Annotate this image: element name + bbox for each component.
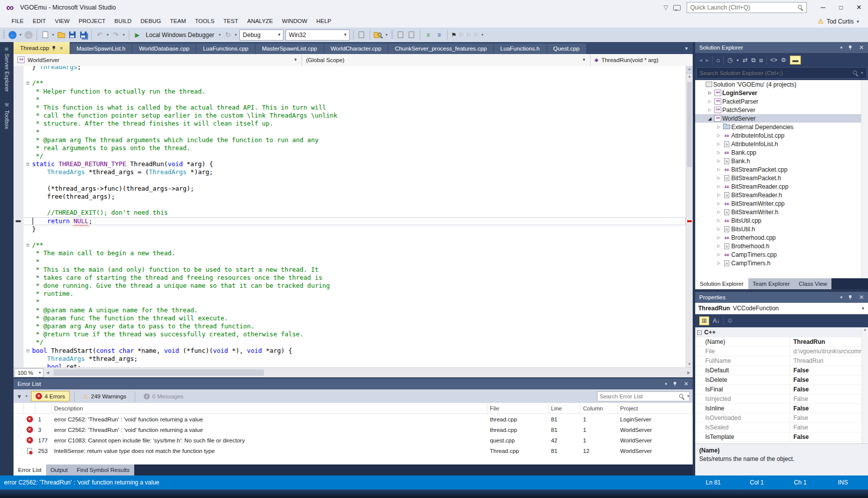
- expander-icon[interactable]: ▷: [715, 176, 722, 180]
- code-line[interactable]: * @param func The function the thread wi…: [14, 314, 686, 322]
- uncomment-lines-icon[interactable]: ≡: [435, 30, 444, 41]
- sidebar-item-server-explorer[interactable]: ≣ Server Explorer: [4, 43, 10, 96]
- editor-vertical-scrollbar[interactable]: ÷ ▲ ▼: [686, 66, 693, 367]
- scope-dropdown-caret-icon[interactable]: ▼: [580, 58, 588, 62]
- editor-zoom-select[interactable]: 100 % ▼: [15, 368, 44, 377]
- filter-feedback-icon[interactable]: ▽: [664, 4, 668, 11]
- find-dropdown-icon[interactable]: ▾: [385, 33, 388, 37]
- tab-class-view[interactable]: Class View: [794, 278, 832, 289]
- pending-changes-filter-icon[interactable]: ◷: [727, 57, 732, 64]
- tree-item-external-dependencies[interactable]: ▷External Dependencies: [695, 123, 868, 131]
- property-category-row[interactable]: − C++: [695, 327, 868, 337]
- toggle-bookmark-icon[interactable]: ⚑: [451, 32, 457, 39]
- editor-split-handle[interactable]: ÷: [686, 66, 693, 74]
- collapse-category-icon[interactable]: −: [697, 330, 702, 335]
- show-all-files-icon[interactable]: ⧈: [759, 57, 763, 64]
- expander-icon[interactable]: ◢: [706, 116, 713, 121]
- tree-item-bank.h[interactable]: ▷hBank.h: [695, 157, 868, 165]
- home-icon[interactable]: ⌂: [716, 57, 720, 64]
- code-line[interactable]: *: [14, 96, 686, 104]
- property-value[interactable]: d:\vgoemu\trunk\src\comm: [790, 348, 868, 355]
- messages-filter-button[interactable]: i 0 Messages: [140, 391, 187, 401]
- expander-icon[interactable]: ▷: [715, 244, 722, 248]
- solution-explorer-title-bar[interactable]: Solution Explorer ▾ ✕: [695, 42, 868, 53]
- pin-icon[interactable]: [848, 45, 853, 51]
- tree-scrollbar[interactable]: [861, 80, 868, 278]
- status-line[interactable]: Ln 81: [706, 479, 750, 486]
- member-dropdown[interactable]: ◆ ThreadRun(void * arg): [591, 54, 693, 66]
- save-icon[interactable]: [68, 30, 77, 41]
- solution-configuration-combo[interactable]: Debug ▼: [239, 30, 283, 41]
- search-dropdown-icon[interactable]: ▾: [687, 394, 690, 398]
- code-line[interactable]: * call the function pointer setup earlie…: [14, 112, 686, 120]
- clear-bookmarks-icon[interactable]: ⚐: [473, 32, 479, 39]
- previous-bookmark-icon[interactable]: ⚐: [459, 32, 464, 39]
- tab-solution-explorer[interactable]: Solution Explorer: [695, 278, 748, 289]
- object-dropdown-icon[interactable]: ▼: [861, 306, 865, 311]
- code-line[interactable]: * takes care of starting the thread and …: [14, 274, 686, 282]
- doc-tab-luafunctions.h[interactable]: LuaFunctions.h: [494, 44, 546, 54]
- code-line[interactable]: ⊟static THREAD_RETURN_TYPE ThreadRun(voi…: [14, 160, 686, 168]
- code-line[interactable]: */: [14, 338, 686, 346]
- pin-icon[interactable]: [848, 295, 853, 300]
- tab-overflow-icon[interactable]: ▼: [684, 46, 693, 54]
- menu-window[interactable]: WINDOW: [277, 15, 312, 28]
- expander-icon[interactable]: ▷: [715, 218, 722, 223]
- scroll-left-icon[interactable]: ◀: [44, 370, 52, 375]
- toolbar-grip-2[interactable]: [391, 31, 393, 40]
- navigate-forward-icon[interactable]: →: [24, 30, 33, 41]
- solution-explorer-search-box[interactable]: ▾: [696, 67, 867, 79]
- menu-analyze[interactable]: ANALYZE: [242, 15, 277, 28]
- platform-dropdown-icon[interactable]: ▼: [342, 33, 349, 37]
- property-value[interactable]: False: [790, 414, 868, 421]
- tree-item-brotherhood.h[interactable]: ▷hBrotherhood.h: [695, 242, 868, 250]
- expander-icon[interactable]: ▷: [715, 261, 722, 265]
- property-row-fullname[interactable]: FullNameThreadRun: [695, 356, 868, 366]
- filter-icon[interactable]: ▼: [17, 393, 22, 399]
- editor-horizontal-scrollbar[interactable]: [52, 368, 685, 377]
- fold-collapse-icon[interactable]: ⊟: [24, 241, 32, 249]
- project-dropdown[interactable]: ++ WorldServer ▼: [14, 54, 302, 66]
- property-value[interactable]: False: [790, 424, 868, 431]
- tab-find-symbol-results[interactable]: Find Symbol Results: [72, 464, 134, 475]
- menu-tools[interactable]: TOOLS: [190, 15, 219, 28]
- tree-item-worldserver[interactable]: ◢++WorldServer: [695, 114, 868, 123]
- doc-tab-masterspawnlist.cpp[interactable]: MasterSpawnList.cpp: [255, 44, 324, 54]
- solution-platform-combo[interactable]: Win32 ▼: [285, 30, 350, 41]
- error-row[interactable]: ×177error C1083: Cannot open include fil…: [14, 435, 693, 445]
- property-row-isinline[interactable]: IsInlineFalse: [695, 404, 868, 413]
- navigate-to-icon[interactable]: [396, 30, 405, 41]
- window-position-icon[interactable]: ▾: [840, 45, 842, 50]
- start-debugging-icon[interactable]: ▶: [133, 30, 142, 41]
- property-row-isdefault[interactable]: IsDefaultFalse: [695, 366, 868, 375]
- expander-icon[interactable]: ▷: [706, 99, 713, 104]
- property-value[interactable]: False: [790, 367, 868, 374]
- code-line[interactable]: * @return true if the thread was success…: [14, 330, 686, 338]
- property-value[interactable]: ThreadRun: [790, 357, 868, 364]
- code-line[interactable]: * real arguments to pass onto the thread…: [14, 144, 686, 152]
- undo-dropdown-icon[interactable]: ▾: [106, 33, 109, 37]
- restart-icon[interactable]: ↻: [223, 30, 232, 41]
- column-header-line[interactable]: Line: [548, 403, 581, 413]
- tab-team-explorer[interactable]: Team Explorer: [748, 278, 794, 289]
- navigate-backward-icon[interactable]: ←: [8, 30, 17, 41]
- doc-tab-thread.cpp[interactable]: Thread.cpp×: [14, 42, 70, 54]
- expander-icon[interactable]: ▷: [715, 133, 722, 138]
- doc-tab-worldcharacter.cpp[interactable]: WorldCharacter.cpp: [324, 44, 388, 54]
- tree-item-camptimers.cpp[interactable]: ▷++CampTimers.cpp: [695, 250, 868, 259]
- configuration-dropdown-icon[interactable]: ▼: [275, 33, 283, 37]
- expander-icon[interactable]: ▷: [715, 167, 722, 172]
- properties-object-dropdown[interactable]: ThreadRun VCCodeFunction ▼: [695, 303, 868, 314]
- code-line[interactable]: ⊟bool ThreadStart(const char *name, void…: [14, 347, 686, 355]
- code-line[interactable]: [14, 233, 686, 241]
- vertical-scroll-thumb[interactable]: [687, 82, 692, 167]
- tree-item-loginserver[interactable]: ▷++LoginServer: [695, 89, 868, 97]
- new-project-icon[interactable]: [41, 30, 50, 41]
- categorized-icon[interactable]: ⊞: [699, 316, 709, 325]
- fold-collapse-icon[interactable]: ⊟: [24, 160, 32, 168]
- next-bookmark-icon[interactable]: ⚐: [466, 32, 471, 39]
- code-line[interactable]: free(thread_args);: [14, 193, 686, 201]
- quick-launch-input[interactable]: [690, 4, 797, 11]
- redo-icon[interactable]: ↷: [111, 30, 120, 41]
- tree-item-solution-vgoemu-4-projects-[interactable]: Solution 'VGOEmu' (4 projects): [695, 80, 868, 89]
